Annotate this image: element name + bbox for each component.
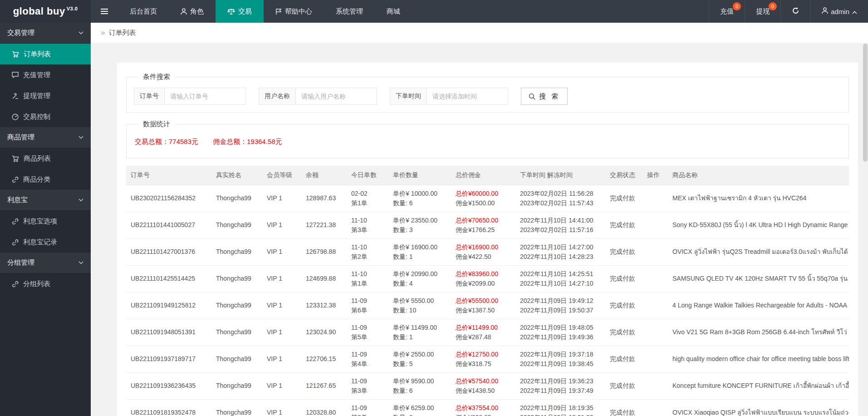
withdraw-button[interactable]: 提现 0 [745,0,780,23]
product-name-text: Sony KD-55X80J (55 นิ้ว) l 4K Ultra HD l… [672,220,844,230]
balance: 120328.80 [301,399,347,416]
total-commission-text: 总价¥70650.00 [456,216,511,225]
total-commission-text: 佣金¥1387.50 [456,306,511,315]
column-header: 总价佣金 [451,166,515,185]
product-name-text: SAMSUNG QLED TV 4K 120Hz SMART TV 55 นิ้… [672,274,844,283]
admin-menu[interactable]: admin [810,0,868,23]
trade-status-text: 完成付款 [610,301,638,310]
order-unfreeze-time-text: 2022年11月09日 18:19:35 [520,403,601,413]
withdraw-label: 提现 [756,7,770,16]
scrollbar-thumb[interactable] [863,44,868,162]
sidebar-item-5[interactable]: 交易控制 [0,106,91,127]
product-name: Sony KD-55X80J (55 นิ้ว) l 4K Ultra HD l… [668,212,849,238]
member-level: VIP 1 [262,319,301,346]
unit-price-qty-text: 单价¥ 10000.00 [393,189,446,198]
column-header: 订单号 [126,166,211,185]
real-name: Thongcha99 [211,346,262,372]
column-header: 单价数量 [388,166,451,185]
column-header: 交易状态 [605,166,642,185]
total-commission-text: 总价¥57540.00 [456,376,511,386]
real-name-text: Thongcha99 [216,301,258,310]
chevron-up-icon [852,8,857,15]
table-row: UB2211101441005027Thongcha99VIP 1127221.… [126,212,849,238]
order-unfreeze-time: 2022年11月10日 14:25:512022年11月10日 14:27:10 [515,265,605,292]
total-commission-text: 总价¥55500.00 [456,296,511,306]
unit-price-qty-text: 数量: 10 [393,306,446,315]
total-amount: 交易总额：774583元 [135,138,198,145]
product-name-text: MEX เตาไฟฟ้าฐานเซรามิก 4 หัวเตา รุ่น HVC… [672,193,844,203]
nav-item-1[interactable]: 后台首页 [118,0,169,23]
gauge-icon [12,114,19,120]
trade-status: 完成付款 [605,238,642,265]
sidebar-item-7[interactable]: 商品列表 [0,148,91,169]
nav-item-6[interactable]: 商城 [375,0,412,23]
total-commission-text: 总价¥60000.00 [456,189,511,198]
nav-item-4[interactable]: 帮助中心 [264,0,324,23]
operate [642,185,668,212]
trade-status-text: 完成付款 [610,354,638,364]
recharge-button[interactable]: 充值 0 [709,0,745,23]
order-number-text: UB2211101425514425 [131,274,207,283]
today-order-count-text: 第1单 [351,279,384,288]
vertical-scrollbar[interactable] [863,43,868,416]
total-commission: 总价¥16900.00佣金¥422.50 [451,238,515,265]
today-order-count-text: 第2单 [351,252,384,262]
refresh-button[interactable] [780,0,810,23]
order-unfreeze-time-text: 2022年11月10日 14:41:00 [520,216,601,225]
column-header: 下单时间 解冻时间 [515,166,605,185]
trade-status-text: 完成付款 [610,381,638,391]
sidebar-item-9[interactable]: 利息宝 [0,190,91,211]
orders-table: 订单号真实姓名会员等级余额今日单数单价数量总价佣金下单时间 解冻时间交易状态操作… [126,166,849,416]
real-name: Thongcha99 [211,238,262,265]
member-level-text: VIP 1 [267,220,297,230]
nav-item-3[interactable]: 交易 [216,0,264,23]
total-commission: 总价¥83960.00佣金¥2099.00 [451,265,515,292]
order-unfreeze-time: 2022年11月09日 19:36:232022年11月09日 19:37:49 [515,372,605,399]
today-order-count-text: 第1单 [351,198,384,208]
operate [642,212,668,238]
sidebar-item-1[interactable]: 交易管理 [0,23,91,44]
refresh-icon [792,7,799,16]
sidebar-item-12[interactable]: 分组管理 [0,253,91,273]
real-name: Thongcha99 [211,185,262,212]
search-field-label: 订单号 [134,88,164,105]
real-name: Thongcha99 [211,265,262,292]
operate [642,238,668,265]
real-name-text: Thongcha99 [216,381,258,391]
trade-status: 完成付款 [605,265,642,292]
sidebar-item-8[interactable]: 商品分类 [0,169,91,190]
balance-text: 126798.88 [306,247,342,257]
search-input-2[interactable] [295,88,377,105]
sidebar-item-10[interactable]: 利息宝选项 [0,211,91,232]
search-button[interactable]: 搜 索 [521,88,568,105]
balance-text: 120328.80 [306,408,342,416]
balance: 124699.88 [301,265,347,292]
nav-item-label: 帮助中心 [285,7,312,16]
sidebar-item-label: 利息宝选项 [23,217,57,226]
column-header: 会员等级 [262,166,301,185]
sidebar-item-13[interactable]: 分组列表 [0,273,91,294]
order-unfreeze-time: 2023年02月02日 11:56:282023年02月02日 11:57:43 [515,185,605,212]
sidebar-item-6[interactable]: 商品管理 [0,127,91,148]
search-input-1[interactable] [164,88,246,105]
real-name: Thongcha99 [211,372,262,399]
operate [642,372,668,399]
sidebar-item-11[interactable]: 利息宝记录 [0,232,91,253]
search-input-3[interactable] [427,88,508,105]
today-order-count-text: 11-10 [351,216,384,225]
sidebar-item-2[interactable]: 订单列表 [0,44,91,64]
order-number: UB2211101441005027 [126,212,211,238]
total-commission-text: 佣金¥318.75 [456,359,511,369]
unit-price-qty-text: 数量: 4 [393,279,446,288]
member-level-text: VIP 1 [267,247,297,257]
product-name: Koncept furniture KONCEPT FURNITURE เก้า… [668,372,849,399]
balance-text: 123312.38 [306,301,342,310]
nav-item-2[interactable]: 角色 [169,0,216,23]
nav-item-5[interactable]: 系统管理 [324,0,375,23]
total-commission-text: 总价¥37554.00 [456,403,511,413]
today-order-count: 11-09第5单 [347,319,388,346]
sidebar-item-4[interactable]: 提现管理 [0,85,91,106]
sidebar-item-3[interactable]: 充值管理 [0,64,91,85]
collapse-menu-button[interactable] [91,0,118,23]
chevron-down-icon [78,261,83,264]
